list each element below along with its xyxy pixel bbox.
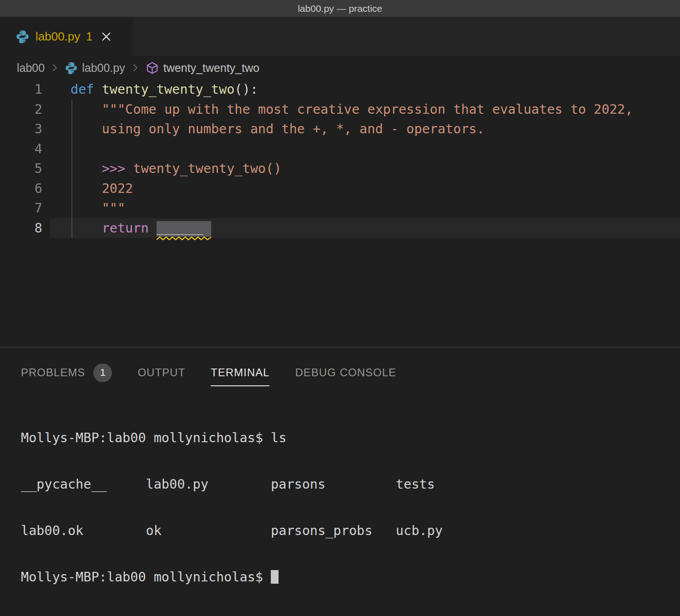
code-line[interactable]: 2 """Come up with the most creative expr… [0,100,680,120]
indent-guide [71,100,72,238]
line-number: 4 [0,139,50,159]
code-line[interactable]: 7 """ [0,198,680,218]
window-title: lab00.py — practice [298,3,382,14]
breadcrumb: lab00 lab00.py twenty_twenty_two [0,56,680,80]
line-number: 1 [0,80,50,100]
tab-output[interactable]: OUTPUT [137,366,185,386]
code-line[interactable]: 4 [0,139,680,159]
code-token [149,221,157,236]
code-line-current[interactable]: 8 return ______ [0,218,680,238]
line-number: 5 [0,159,50,179]
code-token: (): [234,82,258,97]
tab-problem-count: 1 [86,30,92,43]
terminal-line: lab00.ok ok parsons_probs ucb.py [21,523,680,539]
tab-terminal-label: TERMINAL [211,366,269,379]
tab-filename: lab00.py [36,30,80,44]
code-token: twenty_twenty_two() [133,161,281,176]
bottom-panel: PROBLEMS 1 OUTPUT TERMINAL DEBUG CONSOLE… [0,347,680,616]
code-token: return [102,221,149,236]
line-number: 7 [0,198,50,218]
warning-squiggle [157,237,211,240]
terminal-prompt-line: Mollys-MBP:lab00 mollynicholas$ [21,570,680,585]
code-token: >>> [102,161,125,176]
line-number: 2 [0,100,50,120]
code-token: twenty_twenty_two [102,82,235,97]
blank-placeholder-selection[interactable]: ______ [157,221,211,237]
line-number: 8 [0,218,50,238]
tab-lab00-py[interactable]: lab00.py 1 [0,17,133,56]
terminal-prompt: Mollys-MBP:lab00 mollynicholas$ [21,570,271,585]
code-line[interactable]: 6 2022 [0,179,680,199]
code-line[interactable]: 1 def twenty_twenty_two(): [0,80,680,100]
tab-problems-label: PROBLEMS [21,366,85,379]
line-number: 3 [0,119,50,139]
tab-debug-console-label: DEBUG CONSOLE [295,366,396,379]
code-token [125,161,133,176]
terminal-cursor [271,570,279,584]
chevron-right-icon [49,62,61,74]
code-token: """ [71,201,125,216]
title-bar: lab00.py — practice [0,0,680,17]
symbol-function-icon [145,61,159,75]
line-number: 6 [0,179,50,199]
code-token [94,82,101,97]
terminal-line: __pycache__ lab00.py parsons tests [21,477,680,492]
terminal[interactable]: Mollys-MBP:lab00 mollynicholas$ ls __pyc… [0,391,680,616]
code-token [71,161,102,176]
breadcrumb-folder[interactable]: lab00 [17,61,45,75]
tab-debug-console[interactable]: DEBUG CONSOLE [295,366,396,386]
python-icon [65,61,78,75]
editor-tab-bar: lab00.py 1 [0,17,680,56]
tab-terminal[interactable]: TERMINAL [211,366,269,386]
vscode-window: lab00.py — practice lab00.py 1 lab00 [0,0,680,616]
tab-problems[interactable]: PROBLEMS 1 [21,364,112,389]
breadcrumb-file[interactable]: lab00.py [82,61,125,75]
tab-output-label: OUTPUT [137,366,185,379]
code-token: 2022 [71,181,133,196]
chevron-right-icon [129,62,141,74]
python-icon [15,30,30,44]
code-line[interactable]: 3 using only numbers and the +, *, and -… [0,119,680,139]
code-line[interactable]: 5 >>> twenty_twenty_two() [0,159,680,179]
code-token: ______ [157,220,203,235]
breadcrumb-symbol[interactable]: twenty_twenty_two [163,61,259,75]
panel-tab-bar: PROBLEMS 1 OUTPUT TERMINAL DEBUG CONSOLE [0,348,680,391]
close-icon[interactable] [100,30,112,43]
code-token: def [71,82,94,97]
code-token: using only numbers and the +, *, and - o… [71,121,484,136]
code-editor[interactable]: 1 def twenty_twenty_two(): 2 """Come up … [0,80,680,347]
terminal-line: Mollys-MBP:lab00 mollynicholas$ ls [21,430,680,446]
problems-count-badge: 1 [93,364,112,382]
code-token [71,221,102,236]
code-token: """Come up with the most creative expres… [71,102,633,117]
